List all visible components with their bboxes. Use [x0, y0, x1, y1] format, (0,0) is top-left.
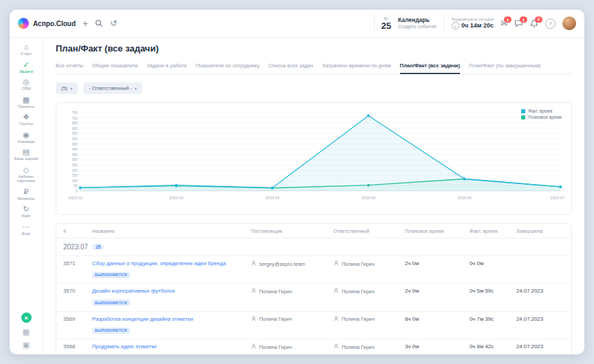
sidebar-item-start[interactable]: ⌂Старт: [10, 41, 43, 58]
task-link[interactable]: Дизайн корпоративных футболок: [92, 288, 245, 294]
time-tracker[interactable]: Трудозатраты сегодня ▸ 0ч 14м 20с: [451, 17, 494, 30]
tab-3[interactable]: Показатели по сотруднику: [196, 59, 260, 73]
tasks-table: #НазваниеПостановщикОтветственныйПланово…: [56, 223, 572, 354]
task-name-cell: Сбор данных о продукции, определение иде…: [92, 260, 245, 279]
chevron-down-icon: ▾: [135, 86, 137, 91]
sidebar-item-label: Группы: [19, 122, 33, 126]
knowledge-icon: ▤: [23, 148, 30, 156]
sidebar-item-agile[interactable]: ↻Agile: [10, 203, 43, 220]
tab-7[interactable]: План/Факт (по завершенным): [469, 59, 540, 73]
app-logo[interactable]: Аспро.Cloud: [18, 18, 76, 29]
sidebar-item-label: Agile: [21, 214, 30, 218]
table-row[interactable]: 3571Сбор данных о продукции, определение…: [56, 255, 571, 283]
sidebar-item-finance[interactable]: ₽Финансы: [10, 185, 43, 203]
apps-icon[interactable]: ▦: [23, 328, 30, 336]
chevron-down-icon: ▾: [70, 86, 72, 91]
task-id: 3569: [63, 316, 87, 322]
agent-app-icon[interactable]: a: [21, 312, 32, 323]
svg-text:100: 100: [72, 179, 78, 183]
legend-entry-0[interactable]: Факт. время: [521, 109, 562, 113]
legend-entry-1[interactable]: Плановое время: [521, 115, 562, 120]
task-done: 24.07.2023: [516, 316, 564, 322]
plan-fact-chart: 0501001502002503003504004505005506006507…: [62, 107, 566, 210]
person-cell[interactable]: Полина Гирич: [333, 260, 399, 267]
person-cell[interactable]: Полина Гирич: [251, 316, 328, 323]
search-icon[interactable]: [95, 19, 103, 27]
person-cell[interactable]: Полина Гирич: [333, 343, 399, 350]
svg-text:350: 350: [72, 152, 78, 157]
plan-fact-chart-card: Факт. времяПлановое время 05010015020025…: [56, 102, 572, 215]
history-icon[interactable]: ↺: [110, 19, 117, 27]
topbar: Аспро.Cloud + ↺ Вт 25 Календарь Создать …: [10, 10, 584, 38]
tasks-icon: ✓: [23, 60, 29, 69]
sidebar-item-team[interactable]: ◉Команда: [10, 128, 43, 146]
person-cell[interactable]: Полина Гирич: [333, 316, 399, 323]
sidebar-item-tasks[interactable]: ✓Задачи: [10, 58, 43, 76]
sidebar-item-groups[interactable]: ❖Группы: [10, 111, 43, 128]
person-name: Полина Гирич: [342, 288, 375, 295]
task-plan: 2ч 0м: [405, 288, 464, 294]
sidebar-item-label: Задачи: [19, 69, 33, 74]
tab-4[interactable]: Список всех задач: [268, 59, 313, 73]
mail-icon[interactable]: ✉ 1: [500, 19, 507, 27]
calendar-date[interactable]: Вт 25: [382, 16, 391, 30]
person-name: Полина Гирич: [259, 316, 292, 322]
svg-text:400: 400: [72, 147, 78, 151]
table-row[interactable]: 3570Дизайн корпоративных футболокВЫПОЛНЯ…: [56, 283, 571, 310]
task-id: 3568: [63, 343, 87, 350]
page-title: План/Факт (все задачи): [56, 43, 572, 54]
svg-text:2023.03: 2023.03: [169, 196, 184, 200]
sidebar-item-projects[interactable]: ▦Проекты: [10, 93, 43, 111]
app-window: Аспро.Cloud + ↺ Вт 25 Календарь Создать …: [10, 10, 584, 354]
tab-2[interactable]: Задачи в работе: [146, 59, 186, 73]
svg-text:450: 450: [72, 141, 78, 146]
person-cell[interactable]: sergey@aspro.team: [251, 260, 328, 267]
more-icon: ⋯: [23, 223, 30, 231]
tab-1[interactable]: Общие показатели: [92, 59, 138, 73]
filter-count-dropdown[interactable]: (5) ▾: [56, 82, 78, 94]
person-name: Полина Гирич: [342, 316, 375, 322]
group-label: 2023.07: [63, 243, 88, 251]
sidebar: ⌂Старт✓Задачи◎CRM▦Проекты❖Группы◉Команда…: [10, 38, 43, 354]
filters-row: (5) ▾ - Ответственный - ▾: [56, 82, 572, 94]
tab-5[interactable]: Затрачено времени по дням: [322, 59, 391, 73]
tab-6[interactable]: План/Факт (все задачи): [400, 59, 460, 74]
svg-text:50: 50: [74, 183, 78, 187]
svg-text:150: 150: [72, 173, 78, 177]
svg-text:2023.05: 2023.05: [362, 196, 376, 200]
sidebar-item-crm[interactable]: ◎CRM: [10, 76, 43, 93]
add-icon[interactable]: +: [82, 19, 88, 28]
sidebar-item-partner[interactable]: ◇Кабинет партнера: [10, 163, 43, 185]
archive-icon[interactable]: ▣: [23, 341, 30, 349]
task-fact: 0ч 5м 59с: [470, 288, 511, 294]
task-done: 24.07.2023: [516, 288, 564, 294]
play-icon[interactable]: ▸: [452, 22, 459, 30]
column-header-2: Постановщик: [251, 228, 328, 234]
table-row[interactable]: 3568Продумать идею этикеткиВЫПОЛНЯЕТСЯПо…: [56, 339, 571, 354]
bell-icon[interactable]: 2: [530, 19, 538, 28]
sidebar-item-knowledge[interactable]: ▤База знаний: [10, 146, 43, 163]
person-cell[interactable]: Полина Гирич: [333, 288, 399, 295]
table-group-row[interactable]: 2023.07 25: [56, 238, 571, 255]
svg-text:550: 550: [72, 131, 78, 135]
user-avatar[interactable]: [562, 16, 576, 30]
person-cell[interactable]: Полина Гирич: [251, 343, 328, 350]
partner-icon: ◇: [23, 166, 29, 174]
person-icon: [251, 343, 256, 350]
filter-responsible-dropdown[interactable]: - Ответственный - ▾: [83, 82, 142, 94]
sidebar-item-label: Финансы: [17, 196, 34, 201]
task-link[interactable]: Продумать идею этикетки: [92, 343, 245, 350]
tab-0[interactable]: Все отчёты: [56, 59, 83, 73]
divider: [443, 16, 444, 31]
task-link[interactable]: Сбор данных о продукции, определение иде…: [92, 260, 245, 266]
svg-text:2023.04: 2023.04: [265, 196, 280, 200]
calendar-widget[interactable]: Календарь Создать событие: [398, 16, 437, 30]
sidebar-item-more[interactable]: ⋯Ещё: [10, 220, 43, 238]
task-link[interactable]: Разработка концепции дизайна этикетки: [92, 316, 245, 322]
chat-icon[interactable]: 1: [514, 19, 523, 27]
person-name: Полина Гирич: [342, 261, 375, 267]
person-cell[interactable]: Полина Гирич: [251, 288, 328, 295]
sidebar-item-label: Старт: [21, 52, 32, 56]
help-icon[interactable]: ?: [545, 19, 556, 29]
table-row[interactable]: 3569Разработка концепции дизайна этикетк…: [56, 311, 571, 339]
